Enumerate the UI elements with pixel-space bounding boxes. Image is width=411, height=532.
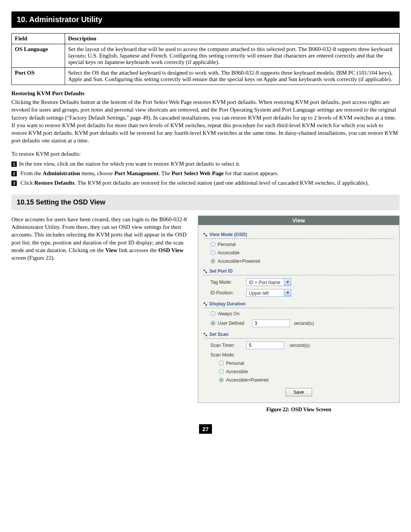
scan-timer-input[interactable]	[246, 342, 284, 349]
step-text: In the tree view, click on the station f…	[19, 161, 241, 167]
tag-mode-select[interactable]: ID + Port Name	[246, 278, 291, 286]
group-display-duration: Display Duration	[204, 300, 394, 308]
table-header-row: Field Description	[12, 34, 400, 44]
cell-desc: Select the OS that the attached keyboard…	[65, 68, 400, 85]
text: screen (Figure 22).	[11, 255, 55, 261]
group-view-mode: View Mode (OSD)	[204, 230, 394, 239]
save-button[interactable]: Save	[285, 388, 312, 396]
tag-mode-label: Tag Mode:	[210, 280, 242, 285]
group-label: Set Port ID	[209, 268, 233, 274]
radio-icon	[210, 321, 215, 326]
group-label: Display Duration	[209, 301, 245, 307]
chevron-down-icon	[284, 289, 291, 296]
field-description-table: Field Description OS Language Set the la…	[11, 33, 400, 85]
radio-always-on[interactable]: Always On	[210, 311, 394, 316]
text-bold: OSD View	[158, 247, 183, 253]
restore-paragraph: Clicking the Restore Defaults button at …	[11, 98, 400, 145]
row-scan-timer: Scan Timer: second(s)	[210, 342, 394, 349]
col-field: Field	[12, 34, 65, 44]
table-row: OS Language Set the layout of the keyboa…	[12, 44, 400, 68]
radio-label: User Defined	[218, 321, 250, 326]
step-3: Click Restore Defaults. The KVM port def…	[11, 179, 400, 187]
restore-heading: Restoring KVM Port Defaults	[11, 90, 400, 97]
step-text-bold: Port Select Web Page	[172, 170, 224, 176]
radio-user-defined[interactable]: User Defined second(s)	[210, 320, 394, 327]
step-2: From the Administration menu, choose Por…	[11, 169, 400, 177]
select-value: ID + Port Name	[247, 279, 284, 286]
radio-label: Personal	[226, 361, 244, 366]
radio-icon	[219, 361, 224, 366]
step-text: From the	[21, 170, 43, 176]
radio-view-accessible-powered[interactable]: Accessible+Powered	[210, 259, 394, 264]
page-number: 27	[199, 424, 212, 434]
id-position-select[interactable]: Upper left	[246, 289, 291, 297]
radio-label: Personal	[218, 242, 236, 247]
row-id-position: ID Position: Upper left	[210, 289, 394, 297]
radio-icon	[210, 250, 215, 255]
chevron-down-icon	[284, 279, 291, 286]
col-description: Description	[65, 34, 400, 44]
radio-label: Accessible+Powered	[226, 377, 269, 383]
radio-icon	[219, 377, 224, 382]
table-row: Port OS Select the OS that the attached …	[12, 68, 400, 85]
panel-title: View	[198, 216, 399, 225]
radio-scan-personal[interactable]: Personal	[219, 361, 394, 366]
select-value: Upper left	[247, 289, 284, 296]
cell-desc: Set the layout of the keyboard that will…	[65, 44, 400, 68]
radio-icon	[210, 259, 215, 264]
duration-seconds-input[interactable]	[252, 320, 290, 327]
radio-scan-accessible[interactable]: Accessible	[219, 369, 394, 374]
chapter-title: 10. Administrator Utility	[11, 11, 400, 28]
group-set-scan: Set Scan	[204, 330, 394, 339]
group-set-port-id: Set Port ID	[204, 267, 394, 275]
cell-field: Port OS	[12, 68, 65, 85]
step-text-bold: Restore Defaults	[34, 180, 75, 186]
radio-icon	[219, 369, 224, 374]
step-text: . The KVM port defaults are restored for…	[75, 180, 369, 186]
step-text: Click	[21, 180, 34, 186]
radio-icon	[210, 242, 215, 247]
step-text: for that station appears.	[224, 170, 279, 176]
bullet-icon	[204, 270, 207, 273]
id-position-label: ID Position:	[210, 290, 242, 296]
step-text-bold: Administration	[43, 170, 80, 176]
section-title: 10.15 Setting the OSD View	[11, 195, 400, 210]
step-1: In the tree view, click on the station f…	[11, 160, 400, 168]
row-tag-mode: Tag Mode: ID + Port Name	[210, 278, 394, 286]
group-label: View Mode (OSD)	[209, 232, 247, 237]
bullet-icon	[204, 333, 207, 336]
radio-label: Accessible+Powered	[218, 259, 260, 264]
seconds-label: second(s)	[290, 343, 310, 348]
radio-label: Accessible	[218, 250, 239, 256]
scan-mode-label: Scan Mode:	[210, 352, 242, 358]
cell-field: OS Language	[12, 44, 65, 68]
restore-lead: To restore KVM port defaults:	[11, 150, 400, 158]
text: link accesses the	[118, 247, 158, 253]
radio-icon	[210, 311, 215, 316]
row-scan-mode: Scan Mode:	[210, 352, 394, 358]
bullet-icon	[204, 302, 207, 306]
bullet-icon	[204, 233, 207, 236]
radio-scan-accessible-powered[interactable]: Accessible+Powered	[219, 377, 394, 383]
radio-label: Accessible	[226, 369, 248, 374]
radio-view-personal[interactable]: Personal	[210, 242, 394, 247]
group-label: Set Scan	[209, 332, 229, 337]
step-text-bold: Port Management	[114, 170, 158, 176]
text-bold: View	[105, 247, 118, 253]
osd-intro-paragraph: Once accounts for users have been create…	[11, 216, 189, 262]
radio-view-accessible[interactable]: Accessible	[210, 250, 394, 256]
step-text: menu, choose	[80, 170, 114, 176]
seconds-label: second(s)	[294, 321, 314, 326]
restore-steps: In the tree view, click on the station f…	[11, 160, 400, 187]
step-text: . The	[159, 170, 172, 176]
figure-caption: Figure 22: OSD View Screen	[198, 407, 400, 413]
osd-view-panel: View View Mode (OSD) Personal Accessible…	[198, 216, 400, 403]
scan-timer-label: Scan Timer:	[210, 343, 242, 348]
radio-label: Always On	[218, 311, 239, 316]
